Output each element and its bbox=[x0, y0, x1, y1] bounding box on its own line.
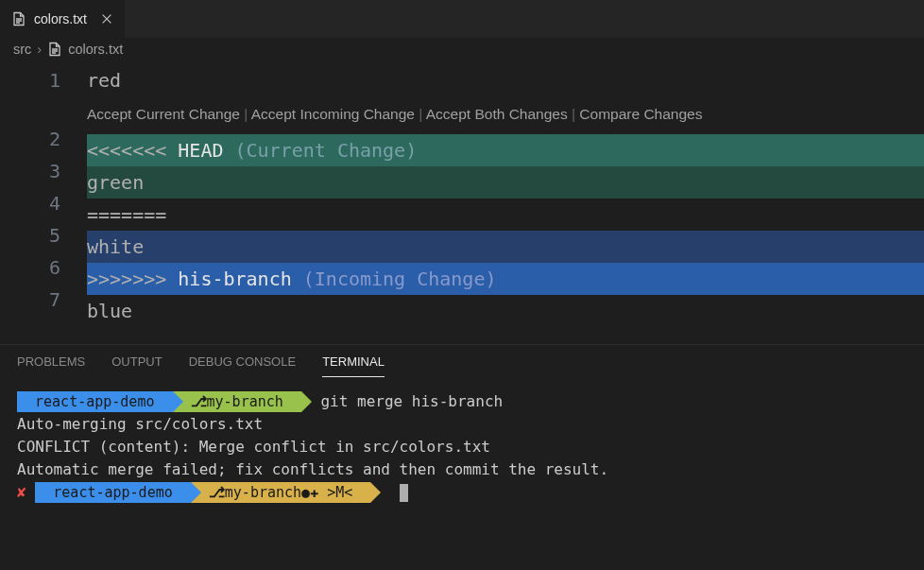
gutter: 1 2 3 4 5 6 7 bbox=[0, 64, 87, 327]
file-icon bbox=[47, 42, 62, 57]
accept-incoming-link[interactable]: Accept Incoming Change bbox=[251, 106, 415, 122]
prompt-arrow-icon bbox=[301, 391, 312, 412]
breadcrumb-file: colors.txt bbox=[68, 42, 123, 57]
line-number: 6 bbox=[0, 251, 60, 284]
line-number: 4 bbox=[0, 187, 60, 219]
code-area[interactable]: red Accept Current Change | Accept Incom… bbox=[87, 64, 924, 327]
prompt-project-segment: react-app-demo bbox=[17, 391, 173, 412]
tab-problems[interactable]: PROBLEMS bbox=[17, 354, 85, 377]
close-icon[interactable] bbox=[100, 12, 113, 26]
line-number: 1 bbox=[0, 64, 60, 96]
prompt-project-segment: react-app-demo bbox=[35, 482, 191, 503]
accept-both-link[interactable]: Accept Both Changes bbox=[426, 106, 568, 122]
code-line: red bbox=[87, 64, 924, 96]
breadcrumb[interactable]: src › colors.txt bbox=[0, 38, 924, 60]
tab-filename: colors.txt bbox=[34, 11, 87, 26]
prompt-arrow-icon bbox=[370, 482, 381, 503]
terminal-output-line: Auto-merging src/colors.txt bbox=[17, 413, 907, 436]
line-number: 7 bbox=[0, 284, 60, 316]
accept-current-link[interactable]: Accept Current Change bbox=[87, 106, 240, 122]
tab-debug-console[interactable]: DEBUG CONSOLE bbox=[189, 354, 296, 377]
conflict-separator: ======= bbox=[87, 199, 924, 231]
editor[interactable]: 1 2 3 4 5 6 7 red Accept Current Change … bbox=[0, 60, 924, 327]
terminal-output-line: CONFLICT (content): Merge conflict in sr… bbox=[17, 436, 907, 458]
prompt-arrow-icon bbox=[173, 391, 183, 412]
prompt-branch-segment: ⎇ my-branch bbox=[173, 391, 301, 412]
git-branch-icon: ⎇ bbox=[209, 481, 225, 504]
tab-terminal[interactable]: TERMINAL bbox=[322, 354, 385, 377]
terminal-output-line: Automatic merge failed; fix conflicts an… bbox=[17, 458, 907, 481]
terminal-cursor bbox=[400, 484, 408, 502]
compare-changes-link[interactable]: Compare Changes bbox=[579, 106, 702, 122]
merge-codelens: Accept Current Change | Accept Incoming … bbox=[87, 96, 924, 134]
breadcrumb-folder: src bbox=[13, 42, 31, 57]
panel-tab-bar: PROBLEMS OUTPUT DEBUG CONSOLE TERMINAL bbox=[0, 345, 924, 377]
tab-bar: colors.txt bbox=[0, 0, 924, 38]
code-line: blue bbox=[87, 295, 924, 327]
line-number: 2 bbox=[0, 123, 60, 155]
terminal-prompt-line: react-app-demo ⎇ my-branch git merge his… bbox=[17, 390, 907, 413]
conflict-incoming-body: white bbox=[87, 231, 924, 263]
terminal[interactable]: react-app-demo ⎇ my-branch git merge his… bbox=[0, 377, 924, 513]
chevron-right-icon: › bbox=[37, 42, 42, 57]
file-icon bbox=[11, 11, 26, 26]
terminal-prompt-line: ✘ react-app-demo ⎇ my-branch ●✚ >M< bbox=[17, 481, 907, 504]
bottom-panel: PROBLEMS OUTPUT DEBUG CONSOLE TERMINAL r… bbox=[0, 344, 924, 513]
conflict-current-body: green bbox=[87, 166, 924, 199]
conflict-incoming-header: >>>>>>> his-branch (Incoming Change) bbox=[87, 263, 924, 295]
line-number: 3 bbox=[0, 155, 60, 187]
gutter-spacer bbox=[0, 96, 60, 123]
tab-output[interactable]: OUTPUT bbox=[111, 354, 162, 377]
git-branch-icon: ⎇ bbox=[191, 390, 207, 413]
conflict-current-header: <<<<<<< HEAD (Current Change) bbox=[87, 134, 924, 166]
prompt-branch-segment: ⎇ my-branch ●✚ >M< bbox=[191, 482, 371, 503]
line-number: 5 bbox=[0, 219, 60, 251]
error-status-icon: ✘ bbox=[17, 481, 26, 504]
prompt-arrow-icon bbox=[191, 482, 201, 503]
terminal-command: git merge his-branch bbox=[320, 390, 503, 413]
editor-tab[interactable]: colors.txt bbox=[0, 0, 126, 38]
